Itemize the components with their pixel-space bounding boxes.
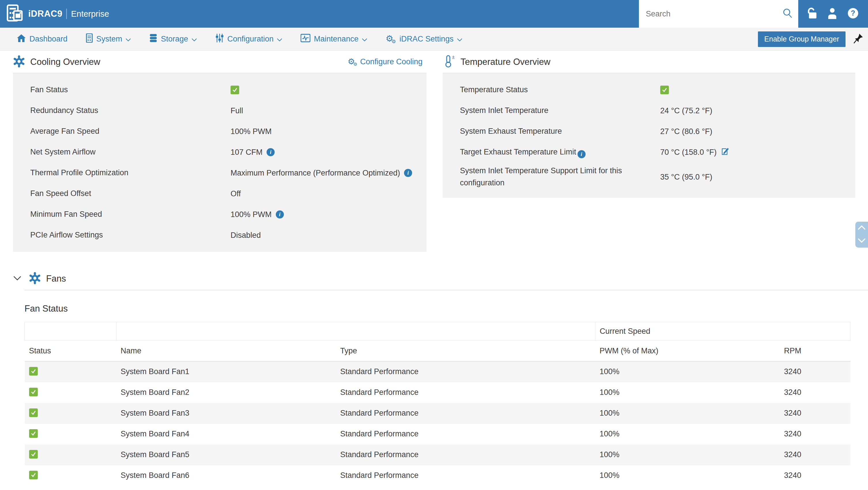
monitor-pulse-icon bbox=[301, 34, 310, 44]
unlock-icon[interactable] bbox=[806, 7, 818, 21]
pin-icon[interactable] bbox=[853, 33, 863, 45]
nav-label: Dashboard bbox=[29, 35, 67, 43]
col-type: Type bbox=[336, 341, 595, 362]
fan-type: Standard Performance bbox=[336, 382, 595, 403]
field-value: 107 CFM bbox=[230, 148, 262, 157]
scroll-widget[interactable] bbox=[855, 222, 868, 248]
fan-pwm: 100% bbox=[595, 382, 780, 403]
scroll-up-icon[interactable] bbox=[858, 225, 865, 231]
fan-status-table-title: Fan Status bbox=[25, 304, 868, 314]
fan-rpm: 3240 bbox=[780, 403, 850, 424]
chevron-down-icon bbox=[126, 35, 131, 43]
field-label: Average Fan Speed bbox=[30, 125, 230, 137]
configure-cooling-link[interactable]: ⚙⚙ Configure Cooling bbox=[347, 57, 423, 67]
info-icon[interactable]: i bbox=[404, 169, 412, 177]
field-label: Net System Airflow bbox=[30, 146, 230, 158]
enable-group-manager-button[interactable]: Enable Group Manager bbox=[758, 31, 845, 47]
field-row: System Inlet Temperature 24 °C (75.2 °F) bbox=[443, 100, 855, 121]
field-label: System Exhaust Temperature bbox=[460, 125, 660, 137]
chevron-down-icon bbox=[192, 35, 197, 43]
info-icon[interactable]: i bbox=[276, 210, 284, 218]
fan-type: Standard Performance bbox=[336, 465, 595, 486]
edit-icon[interactable] bbox=[721, 147, 730, 158]
fan-name: System Board Fan1 bbox=[117, 362, 336, 382]
nav-label: iDRAC Settings bbox=[399, 35, 454, 43]
search-input[interactable] bbox=[646, 9, 782, 19]
chevron-down-icon bbox=[457, 35, 462, 43]
field-label: Target Exhaust Temperature Limit bbox=[460, 148, 576, 156]
fan-rpm: 3240 bbox=[780, 445, 850, 465]
cooling-overview-title: Cooling Overview bbox=[30, 57, 100, 67]
table-group-header-row: Current Speed bbox=[25, 322, 850, 341]
nav-maintenance[interactable]: Maintenance bbox=[301, 34, 367, 44]
nav-label: Maintenance bbox=[314, 35, 359, 43]
status-ok-checkbox bbox=[29, 471, 38, 479]
gears-icon: ⚙⚙ bbox=[385, 34, 396, 44]
sliders-icon bbox=[215, 33, 224, 45]
scroll-down-icon[interactable] bbox=[858, 238, 865, 244]
nav-dashboard[interactable]: Dashboard bbox=[17, 34, 67, 44]
nav-idrac-settings[interactable]: ⚙⚙ iDRAC Settings bbox=[385, 34, 462, 44]
fan-rpm: 3240 bbox=[780, 465, 850, 486]
fans-title: Fans bbox=[46, 274, 66, 284]
help-icon[interactable]: ? bbox=[847, 7, 859, 21]
brand-divider bbox=[66, 9, 67, 19]
user-icon[interactable] bbox=[827, 7, 838, 21]
edition-name: Enterprise bbox=[71, 9, 109, 19]
info-icon[interactable]: i bbox=[578, 150, 586, 158]
field-row: System Exhaust Temperature 27 °C (80.6 °… bbox=[443, 121, 855, 142]
col-pwm: PWM (% of Max) bbox=[595, 341, 780, 362]
table-header-row: Status Name Type PWM (% of Max) RPM bbox=[25, 341, 850, 362]
field-row: PCIe Airflow Settings Disabled bbox=[13, 225, 427, 246]
field-label: Redundancy Status bbox=[30, 104, 230, 117]
nav-label: Storage bbox=[161, 35, 188, 43]
status-ok-checkbox bbox=[29, 388, 38, 396]
nav-label: System bbox=[96, 35, 122, 43]
home-icon bbox=[17, 34, 26, 44]
fan-pwm: 100% bbox=[595, 465, 780, 486]
fan-type: Standard Performance bbox=[336, 445, 595, 465]
table-row: System Board Fan5 Standard Performance 1… bbox=[25, 445, 850, 465]
empty-cell bbox=[117, 322, 595, 341]
nav-storage[interactable]: Storage bbox=[149, 33, 197, 45]
col-rpm: RPM bbox=[780, 341, 850, 362]
empty-cell bbox=[25, 322, 117, 341]
field-value: Maximum Performance (Performance Optimiz… bbox=[230, 169, 400, 178]
field-value: 24 °C (75.2 °F) bbox=[660, 106, 712, 115]
chevron-down-icon bbox=[277, 35, 282, 43]
collapse-chevron-icon[interactable] bbox=[13, 276, 21, 282]
product-name: iDRAC9 bbox=[28, 9, 62, 19]
chevron-down-icon bbox=[362, 35, 367, 43]
table-row: System Board Fan1 Standard Performance 1… bbox=[25, 362, 850, 382]
fan-name: System Board Fan6 bbox=[117, 465, 336, 486]
gears-icon: ⚙⚙ bbox=[347, 57, 358, 67]
nav-configuration[interactable]: Configuration bbox=[215, 33, 282, 45]
table-row: System Board Fan3 Standard Performance 1… bbox=[25, 403, 850, 424]
main-nav: Dashboard System Storage bbox=[0, 28, 868, 51]
svg-text:±: ± bbox=[452, 55, 455, 60]
temperature-overview-title: Temperature Overview bbox=[461, 57, 551, 67]
app-header: iDRAC9 Enterprise bbox=[0, 0, 868, 28]
search-box[interactable] bbox=[639, 0, 798, 28]
search-icon[interactable] bbox=[782, 8, 793, 20]
fan-status-table: Current Speed Status Name Type PWM (% of… bbox=[25, 322, 850, 486]
info-icon[interactable]: i bbox=[267, 148, 275, 156]
brand: iDRAC9 Enterprise bbox=[28, 9, 109, 19]
field-value: 100% PWM bbox=[230, 127, 272, 136]
field-row: Fan Status bbox=[13, 80, 427, 100]
overview-section: Cooling Overview ⚙⚙ Configure Cooling Fa… bbox=[0, 51, 868, 252]
field-label: Thermal Profile Optimization bbox=[30, 167, 230, 179]
storage-icon bbox=[149, 33, 157, 45]
field-row: Redundancy Status Full bbox=[13, 100, 427, 121]
field-row: Target Exhaust Temperature Limit i 70 °C… bbox=[443, 142, 855, 162]
fan-name: System Board Fan3 bbox=[117, 403, 336, 424]
fan-pwm: 100% bbox=[595, 362, 780, 382]
status-ok-checkbox bbox=[230, 86, 239, 94]
field-value: 35 °C (95.0 °F) bbox=[660, 173, 712, 182]
fans-section: Fans Fan Status Current Speed Status Nam… bbox=[0, 272, 868, 486]
fan-icon bbox=[13, 55, 25, 69]
table-row: System Board Fan2 Standard Performance 1… bbox=[25, 382, 850, 403]
field-row: Net System Airflow 107 CFMi bbox=[13, 142, 427, 162]
nav-system[interactable]: System bbox=[86, 33, 131, 45]
field-row: Temperature Status bbox=[443, 80, 855, 100]
